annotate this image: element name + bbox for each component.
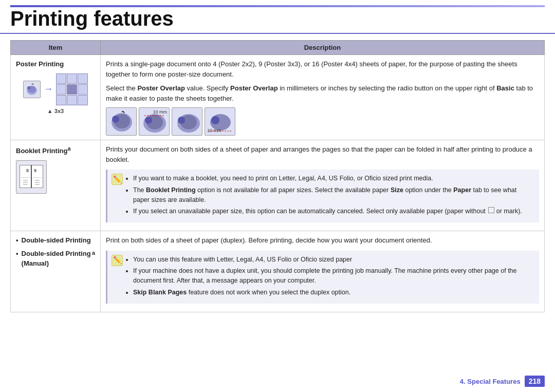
booklet-superscript: a (67, 145, 70, 152)
note-icon: ✏️ (112, 174, 123, 185)
features-table: Item Description Poster Printing (10, 40, 545, 312)
ds-note-item-1: You can use this feature with Letter, Le… (133, 255, 534, 265)
booklet-image-area: 8 9 (16, 160, 95, 194)
item-label-booklet: Booklet Printinga (16, 144, 95, 156)
poster-size-label: ▲ 3x3 (16, 107, 95, 116)
main-content: Item Description Poster Printing (0, 40, 555, 333)
table-row: Double-sided Printing Double-sided Print… (11, 231, 545, 312)
overlap-bottom-label: 10 mm (207, 127, 221, 135)
footer-page-number: 218 (525, 376, 545, 387)
table-row: Poster Printing (11, 55, 545, 140)
col-header-description: Description (101, 41, 545, 55)
ds-desc-1: Print on both sides of a sheet of paper … (106, 235, 539, 246)
footer-section-text: 4. Special Features (460, 378, 521, 385)
item-cell-booklet: Booklet Printinga 8 (11, 140, 101, 231)
ds-note-item-2: If your machine does not have a duplex u… (133, 266, 534, 286)
poster-desc-1: Prints a single-page document onto 4 (Po… (106, 59, 539, 79)
booklet-note-item-3: If you select an unavailable paper size,… (133, 207, 534, 216)
booklet-illustration: 8 9 (18, 163, 44, 191)
booklet-note-box: ✏️ If you want to make a booklet, you ne… (106, 170, 539, 222)
page-title: Printing features (10, 7, 545, 30)
page-footer: 4. Special Features 218 (460, 376, 545, 387)
poster-arrow-icon: → (44, 82, 53, 96)
overlap-top-label: 10 mm (153, 109, 167, 116)
poster-grid-image (56, 73, 88, 105)
ds-note-box: ✏️ You can use this feature with Letter,… (106, 251, 539, 304)
ds-label-1: Double-sided Printing (22, 235, 91, 246)
booklet-right-page: 9 (32, 165, 43, 188)
page: Printing features Item Description Poste… (0, 0, 555, 392)
svg-point-14 (211, 116, 219, 124)
booklet-desc-1: Prints your document on both sides of a … (106, 144, 539, 164)
overlap-img-1 (106, 107, 137, 136)
svg-point-5 (112, 116, 119, 123)
ds-item-2: Double-sided Printing (Manual)a (16, 249, 95, 269)
ds-label-2: Double-sided Printing (Manual) (22, 249, 92, 269)
col-header-item: Item (11, 41, 101, 55)
booklet-icon: 8 9 (16, 160, 47, 194)
ds-note-list: You can use this feature with Letter, Le… (126, 255, 534, 297)
ds-note-icon: ✏️ (112, 255, 123, 266)
overlap-img-3 (172, 107, 202, 136)
overlap-images-area: 10 mm (106, 107, 539, 136)
header-section: Printing features (0, 0, 555, 34)
poster-image-area: → ▲ 3x3 (16, 73, 95, 116)
item-cell-poster: Poster Printing (11, 55, 101, 140)
poster-source-image (23, 81, 41, 98)
ds-item-1: Double-sided Printing (16, 235, 95, 246)
checkmark-box (488, 207, 494, 213)
booklet-note-item-1: If you want to make a booklet, you need … (133, 174, 534, 183)
table-row: Booklet Printinga 8 (11, 140, 545, 231)
poster-desc-2: Select the Poster Overlap value. Specify… (106, 83, 539, 103)
description-cell-poster: Prints a single-page document onto 4 (Po… (101, 55, 545, 140)
description-cell-booklet: Prints your document on both sides of a … (101, 140, 545, 231)
item-label-poster: Poster Printing (16, 59, 95, 69)
overlap-img-4: 10 mm (205, 107, 235, 136)
svg-point-2 (27, 86, 30, 89)
svg-point-12 (178, 117, 185, 124)
ds-superscript: a (92, 249, 95, 257)
ds-note-item-3: Skip Blank Pages feature does not work w… (133, 288, 534, 297)
svg-point-8 (145, 117, 152, 124)
description-cell-doublesided: Print on both sides of a sheet of paper … (101, 231, 545, 312)
item-cell-doublesided: Double-sided Printing Double-sided Print… (11, 231, 101, 312)
booklet-left-page: 8 (20, 165, 31, 188)
double-sided-item-list: Double-sided Printing Double-sided Print… (16, 235, 95, 269)
booklet-note-item-2: The Booklet Printing option is not avail… (133, 185, 534, 205)
overlap-img-2: 10 mm (139, 107, 170, 136)
booklet-note-list: If you want to make a booklet, you need … (126, 174, 534, 216)
